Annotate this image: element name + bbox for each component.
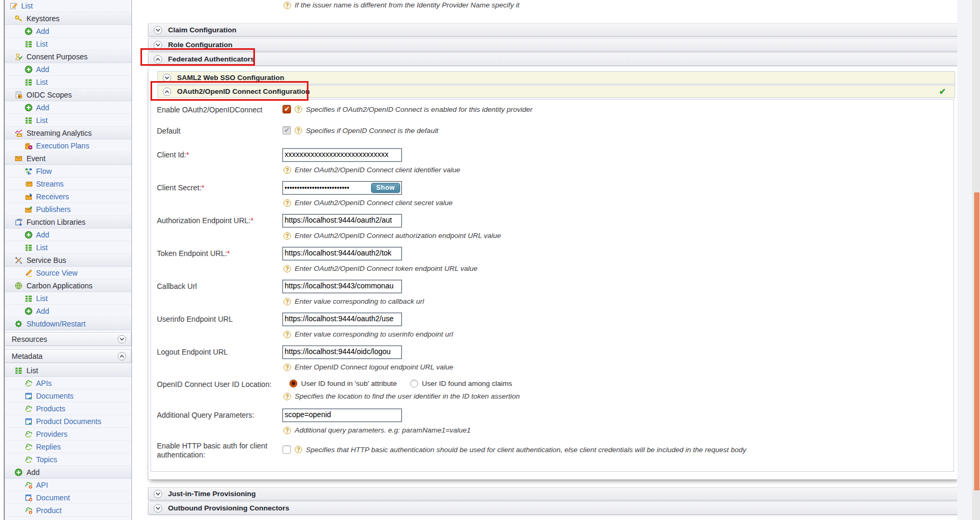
pencil-icon: [10, 2, 17, 10]
token_url-input[interactable]: https://localhost:9444/oauth2/tok: [282, 247, 402, 260]
sidebar-item-label: Function Libraries: [27, 218, 85, 226]
sidebar-item-list[interactable]: List: [5, 364, 131, 377]
receivers-icon: [25, 193, 32, 200]
field-help-text: Additional query parameters. e.g: paramN…: [295, 426, 471, 434]
section-label: Metadata: [5, 352, 42, 360]
field-help: Specifies the location to find the user …: [284, 392, 520, 400]
sidebar-item-label: List: [27, 366, 38, 375]
subsection-saml2-web-sso[interactable]: SAML2 Web SSO Configuration: [157, 71, 955, 84]
subsection-oauth2-oidc[interactable]: OAuth2/OpenID Connect Configuration: [157, 85, 955, 98]
sidebar-item-streaming-analytics[interactable]: Streaming Analytics: [5, 127, 131, 139]
list-icon: [25, 78, 32, 86]
sidebar-item-label: OIDC Scopes: [27, 91, 72, 99]
chevron-down-icon[interactable]: [118, 335, 126, 343]
scrollbar-track[interactable]: [972, 0, 980, 520]
scroll-icon: [15, 218, 22, 226]
issuer-help-text: If the issuer name is different from the…: [295, 1, 519, 9]
carbon-app-icon: [15, 282, 22, 289]
sidebar-item-api[interactable]: API: [5, 479, 131, 491]
sidebar-item-function-libraries[interactable]: Function Libraries: [5, 216, 131, 228]
chevron-up-icon[interactable]: [118, 352, 126, 360]
sidebar-item-list[interactable]: List: [5, 114, 131, 127]
field-help-text: Enter value corresponding to callback ur…: [295, 297, 424, 305]
http_basic-checkbox[interactable]: [282, 445, 291, 454]
query_params-input[interactable]: scope=openid: [282, 409, 402, 422]
field-help: Enter value corresponding to userinfo en…: [284, 330, 453, 338]
client_id-input[interactable]: xxxxxxxxxxxxxxxxxxxxxxxxxxxx: [282, 148, 402, 162]
field-help-text: Specifies if OpenID Connect is the defau…: [306, 127, 438, 135]
accordion-title: Outbound Provisioning Connectors: [168, 504, 289, 512]
accordion-role-configuration[interactable]: Role Configuration: [148, 38, 960, 51]
sidebar-item-service-bus[interactable]: Service Bus: [5, 254, 131, 267]
sidebar-item-add[interactable]: Add: [5, 101, 131, 114]
sidebar-section-metadata[interactable]: Metadata: [5, 349, 131, 363]
uid-sub-attribute-radio[interactable]: [289, 380, 297, 387]
sidebar-item-products[interactable]: Products: [5, 402, 131, 415]
sidebar-item-list[interactable]: List: [5, 38, 131, 50]
accordion-federated-authenticators[interactable]: Federated Authenticators: [148, 52, 960, 66]
auth_url-input[interactable]: https://localhost:9444/oauth2/aut: [282, 214, 402, 227]
field-help: Enter OAuth2/OpenID Connect client ident…: [284, 166, 460, 174]
sidebar-item-replies[interactable]: Replies: [5, 440, 131, 453]
sidebar-item-product[interactable]: Product: [5, 504, 131, 517]
enable-checkbox[interactable]: [282, 105, 291, 113]
sidebar-item-streams[interactable]: Streams: [5, 178, 131, 190]
sidebar-item-topics[interactable]: Topics: [5, 453, 131, 466]
userinfo_url-input[interactable]: https://localhost:9444/oauth2/use: [282, 313, 402, 326]
chevron-down-icon[interactable]: [163, 74, 171, 82]
chevron-up-icon[interactable]: [163, 87, 171, 96]
sidebar-item-add[interactable]: Add: [5, 63, 131, 76]
sidebar-item-event[interactable]: Event: [5, 152, 131, 165]
sidebar-item-list[interactable]: List: [5, 292, 131, 305]
sidebar-section-resources[interactable]: Resources: [5, 332, 131, 346]
chevron-down-icon[interactable]: [154, 490, 162, 498]
client_secret-input[interactable]: ••••••••••••••••••••••••••Show: [282, 181, 402, 195]
source-view-icon: [25, 269, 32, 277]
sidebar-item-providers[interactable]: Providers: [5, 428, 131, 440]
sidebar-item-apis[interactable]: APIs: [5, 377, 131, 390]
sidebar-item-add[interactable]: Add: [5, 25, 131, 38]
sidebar-item-keystores[interactable]: Keystores: [5, 12, 131, 25]
envelope-icon: [15, 155, 22, 162]
exec-plans-icon: [25, 142, 32, 149]
chevron-down-icon[interactable]: [154, 504, 162, 513]
scrollbar-thumb[interactable]: [974, 192, 979, 490]
sidebar-item-label: Document: [36, 493, 70, 502]
sidebar-item-list[interactable]: List: [5, 0, 131, 12]
sidebar-item-item[interactable]: [5, 517, 131, 520]
sidebar-item-documents[interactable]: Documents: [5, 390, 131, 402]
chevron-up-icon[interactable]: [154, 55, 162, 64]
sidebar-item-label: Documents: [36, 392, 74, 400]
accordion-claim-configuration[interactable]: Claim Configuration: [148, 23, 960, 37]
sidebar-item-list[interactable]: List: [5, 241, 131, 254]
sidebar-item-receivers[interactable]: Receivers: [5, 190, 131, 203]
sidebar-item-oidc-scopes[interactable]: OIDC Scopes: [5, 89, 131, 101]
show-password-button[interactable]: Show: [371, 183, 400, 193]
sidebar-item-product-documents[interactable]: Product Documents: [5, 415, 131, 428]
section-label: Resources: [5, 335, 47, 343]
help-icon: [284, 393, 291, 400]
sidebar-item-label: Add: [36, 307, 49, 315]
sidebar-item-consent-purposes[interactable]: Consent Purposes: [5, 50, 131, 63]
sidebar-item-execution-plans[interactable]: Execution Plans: [5, 139, 131, 152]
logout_url-input[interactable]: https://localhost:9444/oidc/logou: [282, 346, 402, 359]
uid-among-claims-radio[interactable]: [410, 380, 418, 387]
chevron-down-icon[interactable]: [154, 26, 162, 34]
sidebar-item-publishers[interactable]: Publishers: [5, 203, 131, 216]
sidebar-item-carbon-applications[interactable]: Carbon Applications: [5, 279, 131, 292]
sidebar-item-add[interactable]: Add: [5, 305, 131, 318]
accordion-outbound-provisioning[interactable]: Outbound Provisioning Connectors: [148, 501, 960, 515]
sidebar-item-label: List: [36, 243, 48, 252]
required-asterisk: *: [186, 151, 189, 159]
sidebar-item-source-view[interactable]: Source View: [5, 267, 131, 279]
accordion-jit-provisioning[interactable]: Just-in-Time Provisioning: [148, 487, 960, 500]
sidebar-item-list[interactable]: List: [5, 76, 131, 89]
sidebar-item-shutdown-restart[interactable]: Shutdown/Restart: [5, 318, 131, 330]
callback_url-input[interactable]: https://localhost:9443/commonau: [282, 280, 402, 293]
chevron-down-icon[interactable]: [154, 41, 162, 49]
sidebar-item-document[interactable]: Document: [5, 491, 131, 504]
plus-icon: [25, 104, 32, 111]
sidebar-item-add[interactable]: Add: [5, 466, 131, 479]
sidebar-item-flow[interactable]: Flow: [5, 165, 131, 178]
sidebar-item-add[interactable]: Add: [5, 228, 131, 241]
